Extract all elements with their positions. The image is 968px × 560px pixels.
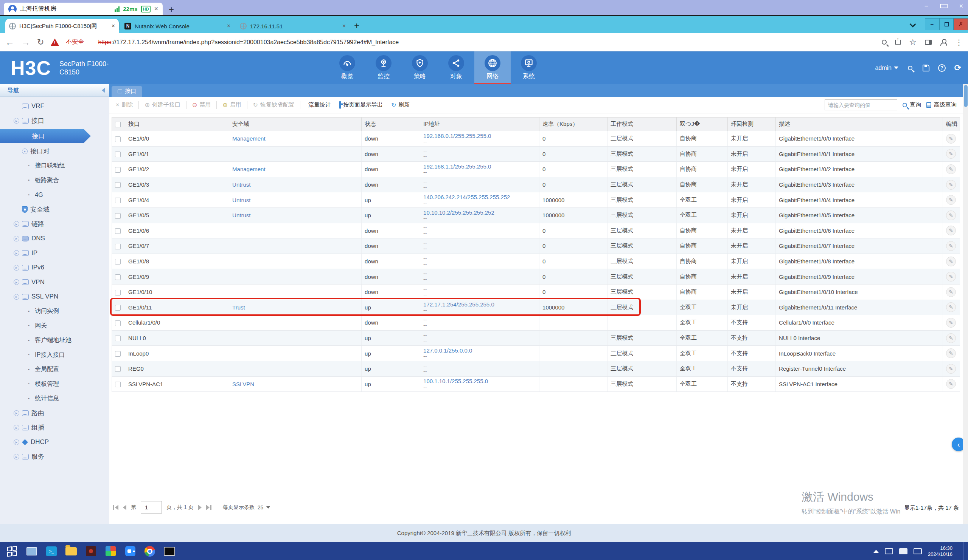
page-scrollbar[interactable] — [963, 84, 968, 524]
sidebar-item[interactable]: 路由 — [0, 406, 109, 421]
edit-icon[interactable]: ✎ — [946, 333, 956, 343]
row-checkbox[interactable] — [115, 290, 121, 296]
expand-icon[interactable] — [13, 265, 19, 271]
sidebar-item[interactable]: 访问实例 — [0, 304, 109, 319]
zone-link[interactable]: Management — [232, 166, 265, 172]
select-all-checkbox[interactable] — [115, 122, 121, 127]
edit-icon[interactable]: ✎ — [946, 180, 956, 190]
browser-tab[interactable]: NNutanix Web Console× — [121, 19, 234, 33]
nav-item-objects[interactable]: 对象 — [438, 51, 474, 84]
expand-icon[interactable] — [13, 250, 19, 256]
search-icon[interactable] — [906, 64, 914, 72]
address-bar[interactable]: https://172.17.1.254/wnm/frame/index.php… — [98, 39, 875, 46]
edit-icon[interactable]: ✎ — [946, 302, 956, 312]
tab-close-icon[interactable]: × — [342, 23, 346, 30]
ip-address-link[interactable]: 172.17.1.254/255.255.255.0 — [423, 301, 539, 307]
profile-icon[interactable] — [940, 39, 947, 46]
expand-icon[interactable] — [13, 279, 19, 285]
edit-icon[interactable]: ✎ — [946, 349, 956, 358]
sidebar-item[interactable]: 全局配置 — [0, 362, 109, 377]
row-checkbox[interactable] — [115, 259, 121, 264]
content-tab-interface[interactable]: 接口 — [112, 86, 142, 97]
tab-close-icon[interactable]: × — [112, 23, 115, 30]
sidebar-item[interactable]: 链路 — [0, 217, 109, 231]
edit-icon[interactable]: ✎ — [946, 318, 956, 328]
sidebar-item[interactable]: SSL VPN — [0, 289, 109, 304]
window-close-button[interactable]: × — [957, 2, 965, 10]
row-checkbox[interactable] — [115, 136, 121, 142]
security-warning-label[interactable]: 不安全 — [66, 38, 84, 46]
scrollbar-thumb[interactable] — [964, 85, 968, 107]
rdp-tab-close-icon[interactable]: × — [154, 5, 158, 13]
menu-icon[interactable]: ⋮ — [955, 38, 963, 47]
taskbar-clock[interactable]: 16:302024/10/16 — [928, 545, 956, 557]
nav-item-overview[interactable]: 概览 — [329, 51, 365, 84]
help-icon[interactable]: ? — [938, 64, 946, 72]
nav-item-network[interactable]: 网络 — [474, 51, 511, 84]
row-checkbox[interactable] — [115, 152, 121, 157]
security-warning-icon[interactable] — [51, 38, 59, 46]
edit-icon[interactable]: ✎ — [946, 226, 956, 235]
disable-button[interactable]: ⊖禁用 — [189, 99, 214, 111]
browser-close-button[interactable]: ✗ — [954, 18, 968, 30]
window-maximize-button[interactable] — [940, 2, 948, 10]
row-checkbox[interactable] — [115, 382, 121, 387]
expand-icon[interactable] — [13, 294, 19, 300]
expand-icon[interactable] — [13, 425, 19, 430]
browser-tab[interactable]: H3C|SecPath F1000-C8150|网× — [5, 19, 119, 33]
expand-icon[interactable] — [22, 149, 28, 154]
capture-tool-taskbar-icon[interactable] — [101, 542, 120, 560]
keyboard-icon[interactable] — [913, 548, 922, 554]
restore-button[interactable]: ↻恢复缺省配置 — [250, 99, 298, 111]
hidden-icons-arrow[interactable] — [874, 550, 879, 553]
row-checkbox[interactable] — [115, 167, 121, 173]
ip-address-link[interactable]: 192.168.0.1/255.255.255.0 — [423, 133, 539, 139]
edit-icon[interactable]: ✎ — [946, 272, 956, 281]
meeting-app-taskbar-icon[interactable] — [120, 542, 140, 560]
sidebar-item[interactable]: 接口对 — [0, 144, 109, 159]
next-page-button[interactable] — [198, 505, 202, 510]
rdp-new-tab-button[interactable]: + — [169, 4, 174, 15]
user-menu[interactable]: admin — [875, 64, 898, 71]
expand-icon[interactable] — [13, 118, 19, 124]
zone-link[interactable]: Trust — [232, 304, 245, 311]
ip-address-link[interactable]: 100.1.10.1/255.255.255.0 — [423, 378, 539, 384]
nav-item-system[interactable]: 系统 — [511, 51, 547, 84]
zone-link[interactable]: Untrust — [232, 182, 250, 188]
sidebar-item[interactable]: 接口联动组 — [0, 159, 109, 173]
query-button[interactable]: 查询 — [903, 101, 921, 109]
row-checkbox[interactable] — [115, 198, 121, 203]
row-checkbox[interactable] — [115, 366, 121, 372]
sidebar-item[interactable]: 统计信息 — [0, 392, 109, 406]
enable-button[interactable]: ⊕启用 — [219, 99, 244, 111]
window-minimize-button[interactable]: − — [923, 2, 930, 10]
forward-button[interactable]: → — [21, 37, 30, 48]
export-button[interactable]: 按页面显示导出 — [336, 99, 386, 111]
ip-address-link[interactable]: 10.10.10.2/255.255.255.252 — [423, 209, 539, 216]
edit-icon[interactable]: ✎ — [946, 210, 956, 220]
logout-icon[interactable]: ⟳ — [954, 64, 962, 72]
edit-icon[interactable]: ✎ — [946, 241, 956, 251]
per-page-select[interactable]: 每页显示条数 25 — [223, 504, 270, 511]
browser-tab[interactable]: 172.16.11.51× — [236, 19, 350, 33]
zone-link[interactable]: Untrust — [232, 212, 250, 218]
browser-minimize-button[interactable]: − — [925, 18, 939, 30]
zone-link[interactable]: Management — [232, 135, 265, 142]
row-checkbox[interactable] — [115, 213, 121, 219]
back-button[interactable]: ← — [5, 37, 14, 48]
sidebar-item[interactable]: 安全域 — [0, 202, 109, 217]
file-explorer-taskbar-icon[interactable] — [22, 542, 41, 560]
terminal-blue-taskbar-icon[interactable]: >_ — [41, 542, 61, 560]
sidebar-item-active[interactable]: 接口 — [0, 129, 91, 143]
start-button[interactable] — [2, 542, 22, 560]
zone-link[interactable]: SSLVPN — [232, 381, 254, 387]
browser-new-tab-button[interactable]: + — [354, 20, 360, 31]
expand-icon[interactable] — [13, 221, 19, 227]
edit-icon[interactable]: ✎ — [946, 364, 956, 374]
expand-icon[interactable] — [13, 236, 19, 241]
sidebar-item[interactable]: VPN — [0, 275, 109, 290]
ime-icon[interactable] — [885, 548, 893, 554]
sidebar-item[interactable]: 模板管理 — [0, 377, 109, 392]
browser-restore-button[interactable] — [939, 18, 954, 30]
row-checkbox[interactable] — [115, 244, 121, 249]
